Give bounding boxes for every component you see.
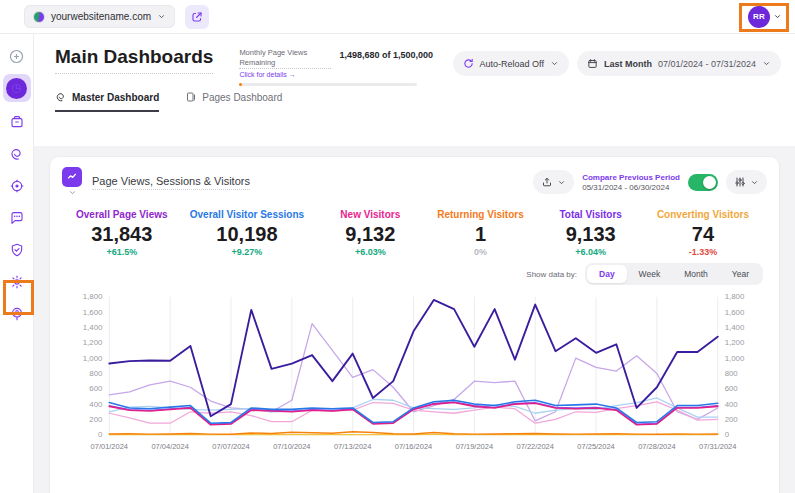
granularity-row: Show data by: Day Week Month Year	[62, 261, 767, 289]
show-data-by-label: Show data by:	[526, 270, 577, 279]
spiral-icon	[55, 91, 67, 103]
sidebar-item-behavior[interactable]	[3, 140, 31, 168]
sidebar-item-settings[interactable]	[3, 268, 31, 296]
shield-check-icon	[9, 242, 25, 258]
compare-label: Compare Previous Period	[582, 173, 680, 182]
quota-value: 1,498,680 of 1,500,000	[339, 50, 433, 78]
svg-text:07/10/2024: 07/10/2024	[273, 442, 310, 451]
chevron-down-icon	[550, 59, 559, 68]
tab-label: Master Dashboard	[72, 92, 159, 103]
export-icon	[541, 176, 553, 188]
chart-options-dropdown[interactable]	[726, 170, 767, 194]
quota-details-link[interactable]: Click for details →	[239, 71, 331, 78]
chevron-down-icon	[157, 12, 166, 21]
pages-icon	[185, 91, 197, 103]
auto-reload-label: Auto-Reload Off	[480, 59, 544, 69]
quota-widget: Monthly Page Views Remaining Click for d…	[239, 48, 417, 86]
chat-icon	[9, 210, 25, 226]
avatar[interactable]: RR	[748, 6, 770, 28]
dashboard-icon	[6, 78, 27, 99]
open-website-button[interactable]	[185, 5, 209, 29]
compare-range: 05/31/2024 - 06/30/2024	[582, 183, 680, 192]
spiral-icon	[9, 146, 25, 162]
sidebar-item-add[interactable]	[3, 42, 31, 70]
sidebar-item-dashboards[interactable]	[3, 74, 31, 102]
sidebar-item-modules[interactable]	[3, 108, 31, 136]
svg-text:07/01/2024: 07/01/2024	[91, 442, 128, 451]
svg-text:07/25/2024: 07/25/2024	[577, 442, 614, 451]
compare-previous-period: Compare Previous Period 05/31/2024 - 06/…	[582, 173, 680, 192]
svg-text:400: 400	[725, 400, 739, 409]
external-link-icon	[191, 11, 203, 23]
quota-progressbar	[239, 83, 417, 86]
sidebar-item-privacy[interactable]	[3, 236, 31, 264]
svg-text:07/16/2024: 07/16/2024	[395, 442, 432, 451]
website-favicon-icon	[33, 11, 45, 23]
card-icon-dropdown[interactable]	[62, 167, 82, 197]
tab-pages-dashboard[interactable]: Pages Dashboard	[185, 90, 282, 112]
granularity-month[interactable]: Month	[672, 265, 720, 283]
granularity-year[interactable]: Year	[720, 265, 761, 283]
chevron-down-icon	[773, 12, 782, 21]
export-dropdown[interactable]	[533, 170, 574, 194]
svg-text:1,600: 1,600	[725, 308, 745, 317]
metric-summary-row: Overall Page Views 31,843 +61.5% Overall…	[62, 197, 767, 261]
svg-text:0: 0	[98, 430, 103, 439]
user-menu[interactable]: RR	[743, 3, 787, 31]
plus-icon	[8, 48, 25, 65]
svg-text:1,600: 1,600	[83, 308, 103, 317]
svg-text:07/31/2024: 07/31/2024	[699, 442, 736, 451]
svg-text:1,800: 1,800	[725, 292, 745, 301]
granularity-week[interactable]: Week	[627, 265, 673, 283]
gear-icon	[9, 274, 25, 290]
svg-text:600: 600	[89, 384, 103, 393]
main-area: Main Dashboards Monthly Page Views Remai…	[34, 34, 795, 493]
svg-text:400: 400	[89, 400, 103, 409]
tab-master-dashboard[interactable]: Master Dashboard	[55, 90, 159, 112]
quota-label: Monthly Page Views Remaining	[239, 48, 331, 69]
chart-widget-icon	[62, 167, 82, 187]
archive-icon	[9, 114, 25, 130]
svg-text:07/28/2024: 07/28/2024	[638, 442, 675, 451]
metric-new-visitors: New Visitors 9,132 +6.03%	[326, 209, 414, 257]
date-range-dropdown[interactable]: Last Month 07/01/2024 - 07/31/2024	[577, 51, 781, 76]
tab-label: Pages Dashboard	[202, 92, 282, 103]
svg-text:600: 600	[725, 384, 739, 393]
sidebar-item-visitors[interactable]	[3, 172, 31, 200]
compare-toggle[interactable]	[688, 174, 718, 191]
chevron-down-icon	[750, 178, 759, 187]
page-title: Main Dashboards	[55, 46, 213, 74]
website-selector[interactable]: yourwebsitename.com	[24, 5, 175, 28]
sidebar	[0, 34, 34, 493]
svg-text:200: 200	[725, 415, 739, 424]
svg-text:1,200: 1,200	[83, 338, 103, 347]
metric-overall-page-views: Overall Page Views 31,843 +61.5%	[76, 209, 168, 257]
auto-reload-dropdown[interactable]: Auto-Reload Off	[453, 51, 569, 76]
website-name: yourwebsitename.com	[51, 11, 151, 22]
content-area: Page Views, Sessions & Visitors Compare …	[34, 146, 795, 493]
page-header: Main Dashboards Monthly Page Views Remai…	[34, 34, 795, 90]
target-icon	[9, 178, 25, 194]
granularity-segmented-control: Day Week Month Year	[585, 263, 763, 285]
dashboard-tabs: Master Dashboard Pages Dashboard	[34, 90, 795, 112]
svg-text:200: 200	[89, 415, 103, 424]
calendar-icon	[587, 58, 598, 69]
granularity-day[interactable]: Day	[587, 265, 627, 283]
person-pin-icon	[9, 306, 25, 322]
line-chart[interactable]: 002002004004006006008008001,0001,0001,20…	[62, 289, 767, 466]
svg-text:07/04/2024: 07/04/2024	[151, 442, 188, 451]
svg-text:1,400: 1,400	[83, 323, 103, 332]
svg-text:1,000: 1,000	[83, 354, 103, 363]
topbar: yourwebsitename.com RR	[0, 0, 795, 34]
svg-text:1,200: 1,200	[725, 338, 745, 347]
svg-text:07/19/2024: 07/19/2024	[456, 442, 493, 451]
card-title: Page Views, Sessions & Visitors	[92, 175, 250, 190]
svg-text:07/13/2024: 07/13/2024	[334, 442, 371, 451]
svg-text:800: 800	[725, 369, 739, 378]
svg-text:1,000: 1,000	[725, 354, 745, 363]
metric-total-visitors: Total Visitors 9,133 +6.04%	[547, 209, 635, 257]
svg-text:1,400: 1,400	[725, 323, 745, 332]
sidebar-item-account[interactable]	[3, 300, 31, 328]
sidebar-item-feedback[interactable]	[3, 204, 31, 232]
metric-converting-visitors: Converting Visitors 74 -1.33%	[657, 209, 749, 257]
